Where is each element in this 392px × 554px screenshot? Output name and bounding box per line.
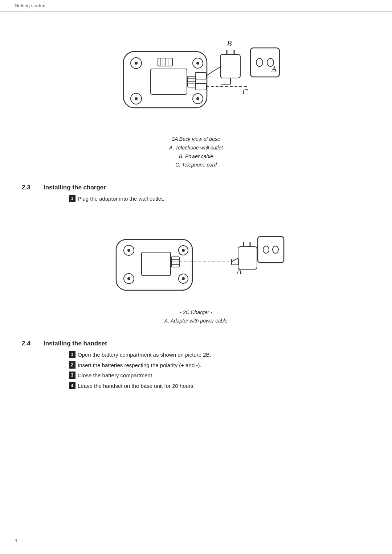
svg-rect-39 [142, 252, 171, 276]
svg-point-45 [127, 277, 130, 280]
diagram1-title: - 2A Back view of base - [169, 135, 223, 144]
svg-point-16 [135, 97, 138, 100]
svg-text:A: A [236, 267, 242, 276]
svg-point-47 [182, 277, 185, 280]
step-2-3-1-text: Plug the adaptor into the wall outlet. [78, 195, 164, 203]
page-number: 4 [15, 538, 17, 543]
section24-title: Installing the handset [44, 340, 107, 347]
diagram1-caption: - 2A Back view of base - A. Telephone wa… [169, 135, 223, 169]
svg-point-2 [135, 62, 138, 65]
step-2-4-1-text: Open the battery compartment as shown on… [78, 351, 211, 359]
page-header: Getting started [0, 0, 392, 12]
svg-point-36 [127, 249, 130, 252]
diagram2-label-a: A. Adaptor with power cable [164, 317, 228, 325]
section24-steps: 1 Open the battery compartment as shown … [69, 351, 370, 390]
section23-heading: 2.3 Installing the charger [22, 184, 370, 191]
svg-point-9 [196, 62, 199, 65]
section23-steps: 1 Plug the adaptor into the wall outlet. [69, 195, 370, 203]
svg-rect-11 [188, 76, 196, 87]
svg-rect-19 [195, 73, 206, 79]
step-2-3-1: 1 Plug the adaptor into the wall outlet. [69, 195, 370, 203]
step-2-4-4: 4 Leave the handset on the base unit for… [69, 382, 370, 390]
step-2-4-1: 1 Open the battery compartment as shown … [69, 351, 370, 359]
step-2-4-2: 2 Insert the batteries respecting the po… [69, 361, 370, 370]
section24-heading: 2.4 Installing the handset [22, 340, 370, 347]
svg-rect-55 [258, 237, 284, 263]
svg-rect-21 [195, 83, 206, 90]
svg-rect-3 [158, 58, 172, 66]
diagram1-area: B A C - 2A Back view of base - A. Teleph… [22, 30, 370, 177]
diagram2-caption: - 2C Charger - A. Adaptor with power cab… [164, 308, 228, 326]
svg-text:B: B [227, 39, 232, 48]
section24-number: 2.4 [22, 340, 36, 347]
section23-title: Installing the charger [44, 184, 106, 191]
svg-point-18 [196, 97, 199, 100]
svg-rect-23 [220, 54, 240, 78]
svg-point-30 [256, 58, 263, 66]
svg-point-38 [182, 249, 185, 252]
diagram2-area: A - 2C Charger - A. Adaptor with power c… [22, 214, 370, 333]
svg-line-20 [206, 66, 221, 76]
diagram1-svg: B A C [102, 30, 290, 135]
diagram1-label-a: A. Telephone wall outlet [169, 144, 223, 152]
diagram2-title: - 2C Charger - [164, 308, 228, 317]
diagram2-svg: A [105, 214, 287, 308]
page-content: B A C - 2A Back view of base - A. Teleph… [0, 12, 392, 414]
diagram1-label-b: B. Power cable [169, 152, 223, 161]
svg-text:C: C [242, 87, 248, 96]
step-2-4-3: 3 Close the battery compartment. [69, 372, 370, 380]
svg-text:A: A [271, 64, 277, 73]
step-2-4-4-text: Leave the handset on the base unit for 2… [78, 382, 195, 390]
svg-point-57 [273, 246, 278, 253]
svg-rect-10 [151, 69, 187, 94]
svg-rect-50 [238, 247, 257, 269]
diagram1-label-c: C. Telephone cord [169, 161, 223, 169]
section23-number: 2.3 [22, 184, 36, 191]
svg-line-53 [232, 258, 238, 262]
header-text: Getting started [15, 3, 45, 8]
step-2-4-2-text: Insert the batteries respecting the pola… [78, 361, 201, 370]
step-2-4-3-text: Close the battery compartment. [78, 372, 154, 380]
svg-point-56 [263, 246, 269, 253]
